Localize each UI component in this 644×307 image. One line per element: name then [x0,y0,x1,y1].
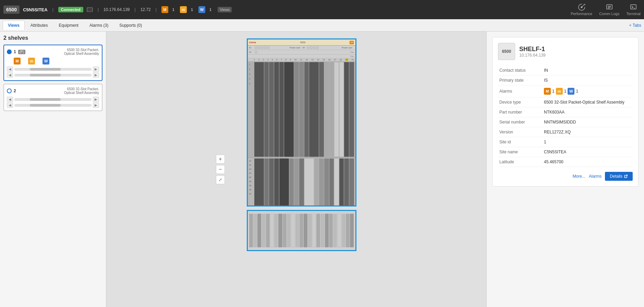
shelf1-alarm-W: W [42,58,49,64]
shelf2-scroll-track [14,98,92,101]
info-value-site-name: C5N5SITEA [543,147,633,157]
shelf-item-1[interactable]: 1 (P) 6500 32-Slot Packet-Optical Shelf … [3,45,102,81]
zoom-fit-button[interactable]: ⤢ [216,175,225,184]
tab-equipment[interactable]: Equipment [54,21,84,30]
shelf1-scroll-left[interactable]: ◀ [7,67,13,72]
shelf1-scroll2-left[interactable]: ◀ [7,72,13,78]
shelf1-alarm-W-count: 1 [51,59,53,63]
tab-bar: Views Attributes Equipment Alarms (3) Su… [0,19,644,32]
shelf-num-2: 2 [14,88,16,93]
shelf1-alarm-m: m [28,58,35,64]
info-actions: More... Alarms Details [498,172,633,181]
shelf1-scroll: ◀ ▶ [7,67,99,72]
shelf1-scroll2-right[interactable]: ▶ [93,72,99,78]
info-label-site-name: Site name [498,147,543,157]
terminal-button[interactable]: Terminal [626,3,641,16]
shelf2-scroll2-left[interactable]: ◀ [7,103,13,108]
shelf-alarms-1: M 1 m 1 W 1 [14,58,99,64]
device-id: 6500 [3,5,20,14]
shelf2-scroll2-track [14,104,92,107]
info-row-version: Version REL1272Z.XQ [498,127,633,137]
info-label-device-type: Device type [498,97,543,107]
right-panel: 6500 SHELF-1 10.176.64.139 Contact statu… [486,32,644,307]
metric-value: 12.72 [141,7,151,12]
info-value-primary-state: IS [543,75,633,85]
top-bar: 6500 C5N5SITEA | Connected | 10.176.64.1… [0,0,644,19]
info-value-part-number: NTK603AA [543,107,633,117]
info-ip: 10.176.64.139 [519,53,546,58]
shelf1-scroll-right[interactable]: ▶ [93,67,99,72]
top-actions: Performance Comm Logs Terminal [571,3,641,16]
performance-button[interactable]: Performance [571,3,592,16]
zoom-out-button[interactable]: − [216,165,225,174]
info-shelf-label: SHELF-1 [519,46,546,53]
shelf2-scroll2-thumb [30,104,61,107]
shelf1-scroll-thumb [30,68,61,71]
add-tabs-button[interactable]: + Tabs [629,23,641,28]
topbar-alarm-W-count: 1 [209,8,211,12]
info-value-latitude: 45.465700 [543,157,633,167]
zoom-controls: + − ⤢ [216,155,225,184]
main-layout: 2 shelves 1 (P) 6500 32-Slot Packet-Opti… [0,32,644,307]
shelf2-scroll-left[interactable]: ◀ [7,97,13,102]
info-value-site-id: 1 [543,137,633,147]
shelf1-scroll2-thumb [30,74,61,76]
tab-alarms[interactable]: Alarms (3) [84,21,113,30]
zoom-in-button[interactable]: + [216,155,225,164]
info-row-part-number: Part number NTK603AA [498,107,633,117]
details-button[interactable]: Details [605,172,633,181]
info-row-latitude: Latitude 45.465700 [498,157,633,167]
info-alarm-m: m [556,88,563,95]
more-button[interactable]: More... [573,174,585,179]
shelf2-scroll-right[interactable]: ▶ [93,97,99,102]
info-label-serial-number: Serial number [498,117,543,127]
connected-badge: Connected [58,7,83,12]
ip-address: 10.176.64.139 [104,7,130,12]
shelf-item-2[interactable]: 2 6500 32-Slot Packet-Optical Shelf Asse… [3,84,102,111]
views-label: Views [218,7,232,12]
topbar-alarm-M: M [161,6,168,13]
info-row-site-name: Site name C5N5SITEA [498,147,633,157]
comm-logs-button[interactable]: Comm Logs [599,3,619,16]
info-label-latitude: Latitude [498,157,543,167]
shelf-radio-2 [7,88,12,93]
shelf2-visualization[interactable] [247,210,356,251]
svg-point-3 [581,7,582,8]
shelf1-alarm-M-count: 1 [23,59,25,63]
svg-rect-0 [87,8,93,12]
info-device-icon: 6500 [498,43,515,60]
shelf-num-1: 1 [14,49,16,54]
tab-views[interactable]: Views [3,21,25,30]
topbar-alarm-m: m [180,6,187,13]
external-link-icon [624,174,628,178]
topbar-alarm-W: W [198,6,205,13]
topbar-alarm-m-count: 1 [191,8,193,12]
info-row-site-id: Site id 1 [498,137,633,147]
shelves-title: 2 shelves [3,35,102,41]
device-name: C5N5SITEA [23,7,48,12]
info-card: 6500 SHELF-1 10.176.64.139 Contact statu… [492,37,639,187]
info-value-device-type: 6500 32-Slot Packet-Optical Shelf Assemb… [543,97,633,107]
tab-supports[interactable]: Supports (0) [114,21,147,30]
info-value-serial-number: NNTMSIMSIDDD [543,117,633,127]
info-label-alarms: Alarms [498,85,543,97]
info-alarm-M: M [544,88,551,95]
info-alarm-W-count: 1 [576,89,578,94]
info-alarm-m-count: 1 [564,89,567,94]
info-label-part-number: Part number [498,107,543,117]
shelf1-visualization[interactable]: ciena 6500 1+ 42 Power card 44 [247,38,356,206]
alarms-button[interactable]: Alarms [589,174,602,179]
info-row-contact-status: Contact status IN [498,66,633,75]
shelf2-scroll-thumb [30,98,61,101]
shelf2-scroll2-right[interactable]: ▶ [93,103,99,108]
shelf-radio-1 [7,49,12,54]
info-alarm-M-count: 1 [552,89,555,94]
svg-rect-4 [607,5,612,9]
shelf1-scroll2: ◀ ▶ [7,72,99,78]
info-row-primary-state: Primary state IS [498,75,633,85]
tab-attributes[interactable]: Attributes [25,21,53,30]
info-card-header: 6500 SHELF-1 10.176.64.139 [498,43,633,60]
left-panel: 2 shelves 1 (P) 6500 32-Slot Packet-Opti… [0,32,106,307]
info-row-serial-number: Serial number NNTMSIMSIDDD [498,117,633,127]
info-label-contact-status: Contact status [498,66,543,75]
